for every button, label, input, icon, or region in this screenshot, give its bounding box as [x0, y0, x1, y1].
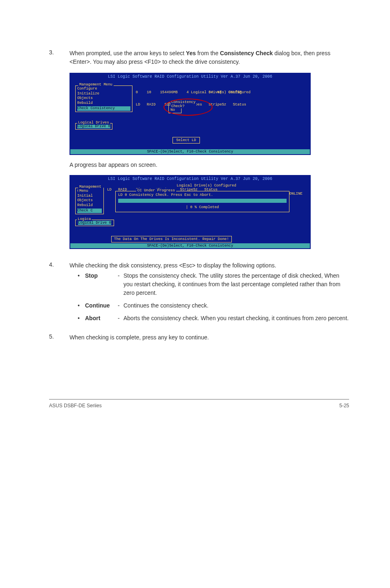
step-text: When prompted, use the arrow keys to sel… [69, 49, 349, 66]
option-label: Stop [85, 272, 118, 297]
logical-drive-item: Logical Drive 0 [78, 221, 111, 225]
bios-footer: SPACE-(De)Select, F10-Check Consistency [70, 149, 310, 154]
step-5: 5. When checking is complete, press any … [49, 333, 349, 342]
menu-item-rebuild: Rebuild [77, 203, 102, 208]
logical-drives-configured: Logical Drive(s) Configured [107, 184, 306, 188]
menu-item-rebuild: Rebuild [77, 101, 130, 106]
bios-title: LSI Logic Software RAID Configuration Ut… [70, 74, 310, 80]
dash: - [118, 272, 123, 297]
consistency-check-label: Consistency Check [220, 50, 273, 56]
footer-right: 5-25 [339, 403, 349, 408]
caption-progress-bar: A progress bar appears on screen. [69, 161, 349, 169]
step-text: While checking the disk consistency, pre… [69, 261, 349, 270]
yes-label: Yes [186, 50, 196, 56]
step-4: 4. While checking the disk consistency, … [49, 261, 349, 327]
dash: - [118, 314, 123, 323]
option-stop: • Stop - Stops the consistency check. Th… [78, 272, 349, 297]
menu-item-objects: Objects [77, 198, 102, 203]
progress-title: CC Under Progress [136, 189, 176, 193]
management-menu: Management Menu Configure Initialize Obj… [75, 85, 132, 112]
progress-bar [118, 199, 287, 203]
menu-item-initialize: Initialize [77, 92, 130, 97]
option-continue: • Continue - Continues the consistency c… [78, 301, 349, 310]
logical-drives-box: Logical Drives Logical Drive 0 [75, 123, 112, 130]
bullet-icon: • [78, 301, 85, 310]
management-menu: Management Menu Configure Initial Object… [75, 188, 104, 214]
step-number: 5. [49, 333, 69, 342]
step-text: When checking is complete, press any key… [69, 333, 349, 342]
option-label: Abort [85, 314, 118, 323]
bullet-icon: • [78, 272, 85, 297]
menu-item-check-consistency: Check Consistency [77, 106, 130, 111]
page-footer: ASUS DSBF-DE Seriies 5-25 [49, 399, 349, 408]
option-desc: Aborts the consistency check. When you r… [123, 314, 349, 323]
logica-title: Logica [77, 217, 92, 221]
text: from the [196, 50, 220, 56]
dash: - [118, 301, 123, 310]
table-header: Logical Drive(s) Configured LD RAID Size… [136, 82, 306, 115]
progress-text: LD 0 Consistency Check. Press Esc to Abo… [118, 193, 287, 197]
logical-drives-title: Logical Drives [77, 121, 110, 125]
option-abort: • Abort - Aborts the consistency check. … [78, 314, 349, 323]
footer-left: ASUS DSBF-DE Seriies [49, 403, 102, 408]
step-number: 4. [49, 261, 69, 327]
bios-footer: SPACE-(De)Select, F10-Check Consistency [70, 243, 310, 248]
bios-title: LSI Logic Software RAID Configuration Ut… [70, 176, 310, 182]
progress-box: CC Under Progress LD 0 Consistency Check… [115, 191, 289, 212]
repair-done-box: The Data On The Drives Is Inconsistent. … [111, 236, 232, 242]
menu-item-initial: Initial [77, 194, 102, 199]
option-desc: Continues the consistency check. [123, 301, 349, 310]
option-desc: Stops the consistency check. The utility… [123, 272, 349, 297]
table-row: 0 10 154496MB 4 64 KB ONLINE [136, 90, 306, 94]
menu-item-configure: Configure [77, 87, 130, 92]
menu-title: Management Menu [78, 83, 114, 87]
highlight-ellipse [164, 99, 213, 116]
text: When prompted, use the arrow keys to sel… [69, 50, 186, 56]
logica-box: Logica Logical Drive 0 [75, 220, 114, 226]
status-online: ONLINE [289, 192, 303, 196]
progress-completed: | 0 % Completed [118, 205, 287, 209]
option-label: Continue [85, 301, 118, 310]
bullet-icon: • [78, 314, 85, 323]
logical-drive-item: Logical Drive 0 [77, 124, 110, 128]
menu-title: Management Menu [78, 185, 103, 193]
bios-screenshot-2: LSI Logic Software RAID Configuration Ut… [69, 175, 311, 249]
menu-item-check: Check C [77, 209, 102, 213]
columns: LD RAID Size #Stripes StripeSz Status [136, 103, 306, 107]
bios-screenshot-1: LSI Logic Software RAID Configuration Ut… [69, 73, 311, 155]
step-3: 3. When prompted, use the arrow keys to … [49, 49, 349, 66]
step-number: 3. [49, 49, 69, 66]
menu-item-objects: Objects [77, 96, 130, 101]
select-ld-box: Select LD [173, 137, 200, 144]
